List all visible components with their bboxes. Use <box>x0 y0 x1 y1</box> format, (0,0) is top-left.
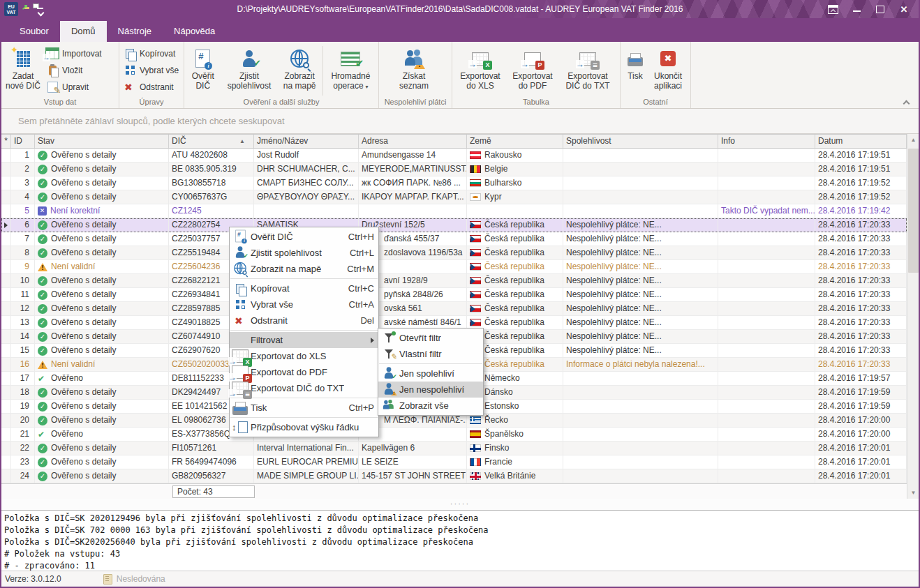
cell-info[interactable] <box>718 260 815 274</box>
ribbon-button-vybrat-vse[interactable]: Vybrat vše <box>121 63 181 77</box>
cell-id[interactable]: 9 <box>11 260 35 274</box>
menu-item-tisk[interactable]: TiskCtrl+P <box>230 400 378 416</box>
cell-country[interactable]: Česká republika <box>467 274 563 288</box>
table-row[interactable]: 20Ověřeno s detailyEL 098062736Μ ΛΕΩΦ. Π… <box>1 414 907 428</box>
vertical-scrollbar[interactable]: ▲ ▼ <box>907 134 919 499</box>
cell-datum[interactable]: 28.4.2016 17:20:01 <box>815 469 907 483</box>
cell-info[interactable] <box>718 344 815 358</box>
cell-rel[interactable]: Nespolehlivý plátce: NE... <box>563 344 718 358</box>
ribbon-button-ukoncit-aplikaci[interactable]: Ukončitaplikaci <box>648 43 688 91</box>
cell-stav[interactable]: Ověřeno <box>35 428 169 442</box>
cell-info[interactable] <box>718 274 815 288</box>
cell-country[interactable]: Španělsko <box>467 428 563 442</box>
cell-datum[interactable]: 28.4.2016 17:20:33 <box>815 274 907 288</box>
table-row[interactable]: 10Ověřeno s detailyCZ26822121avní 1928/9… <box>1 274 907 288</box>
cell-addr[interactable] <box>359 204 467 218</box>
scroll-down-arrow[interactable]: ▼ <box>907 487 919 499</box>
cell-rel[interactable] <box>563 469 718 483</box>
ribbon-button-exportovat-do-xls[interactable]: Exportovatdo XLS <box>454 43 507 91</box>
cell-datum[interactable]: 28.4.2016 17:19:52 <box>815 176 907 190</box>
cell-indicator[interactable] <box>1 330 11 344</box>
cell-stav[interactable]: Ověřeno s detaily <box>35 246 169 260</box>
cell-datum[interactable]: 28.4.2016 17:19:59 <box>815 400 907 414</box>
cell-dic[interactable]: CY00657637G <box>169 190 254 204</box>
cell-indicator[interactable] <box>1 372 11 386</box>
cell-info[interactable] <box>718 246 815 260</box>
column-header-addr[interactable]: Adresa <box>359 135 467 148</box>
column-header-rel[interactable]: Spolehlivost <box>563 135 718 148</box>
cell-stav[interactable]: Ověřeno s detaily <box>35 442 169 455</box>
cell-rel[interactable] <box>563 400 718 414</box>
cell-rel[interactable]: Nespolehlivý plátce: NE... <box>563 246 718 260</box>
cell-id[interactable]: 4 <box>11 190 35 204</box>
cell-name[interactable]: Interval International Fin... <box>254 442 359 455</box>
cell-datum[interactable]: 28.4.2016 17:20:33 <box>815 344 907 358</box>
cell-stav[interactable]: Ověřeno s detaily <box>35 414 169 428</box>
table-row[interactable]: 21OvěřenoES-X3773856QŠpanělsko28.4.2016 … <box>1 428 907 442</box>
cell-info[interactable] <box>718 358 815 372</box>
cell-info[interactable] <box>718 176 815 190</box>
cell-rel[interactable] <box>563 204 718 218</box>
cell-stav[interactable]: Ověřeno s detaily <box>35 344 169 358</box>
cell-rel[interactable]: Nespolehlivý plátce: NE... <box>563 316 718 330</box>
scrollbar-thumb[interactable] <box>908 149 919 273</box>
cell-datum[interactable]: 28.4.2016 17:20:00 <box>815 428 907 442</box>
cell-info[interactable] <box>718 372 815 386</box>
menu-item-exportovat-do-xls[interactable]: Exportovat do XLS <box>230 348 378 364</box>
cell-id[interactable]: 7 <box>11 232 35 246</box>
cell-rel[interactable] <box>563 442 718 455</box>
cell-id[interactable]: 12 <box>11 302 35 316</box>
cell-info[interactable] <box>718 442 815 455</box>
menu-item-zobrazit-vse[interactable]: Zobrazit vše <box>378 398 483 414</box>
cell-stav[interactable]: Ověřeno s detaily <box>35 455 169 469</box>
cell-stav[interactable]: Ověřeno s detaily <box>35 386 169 400</box>
cell-info[interactable] <box>718 163 815 176</box>
menu-item-kopirovat[interactable]: KopírovatCtrl+C <box>230 280 378 296</box>
table-row[interactable]: 24Ověřeno s detailyGB820956327MADE SIMPL… <box>1 469 907 483</box>
cell-indicator[interactable] <box>1 414 11 428</box>
maximize-button[interactable] <box>868 0 892 18</box>
cell-datum[interactable]: 28.4.2016 17:20:33 <box>815 358 907 372</box>
cell-datum[interactable]: 28.4.2016 17:20:33 <box>815 330 907 344</box>
table-row[interactable]: 8Ověřeno s detailyCZ25519484zdoslavova 1… <box>1 246 907 260</box>
cell-country[interactable]: Česká republika <box>467 218 563 232</box>
cell-name[interactable]: ΘΡΑΣΥΒΟΥΛΟΥ ΘΡΑΣΥ... <box>254 190 359 204</box>
cell-indicator[interactable] <box>1 469 11 483</box>
cell-rel[interactable] <box>563 163 718 176</box>
cell-stav[interactable]: Ověřeno s detaily <box>35 316 169 330</box>
menu-item-overit-dic[interactable]: Ověřit DIČCtrl+H <box>230 229 378 245</box>
ribbon-button-importovat[interactable]: Importovat <box>43 46 105 61</box>
ribbon-button-odstranit[interactable]: Odstranit <box>121 80 181 94</box>
cell-datum[interactable]: 28.4.2016 17:20:01 <box>815 455 907 469</box>
cell-id[interactable]: 17 <box>11 372 35 386</box>
cell-name[interactable]: СМАРТ БИЗНЕС СОЛУ... <box>254 176 359 190</box>
cell-country[interactable]: Rakousko <box>467 149 563 163</box>
cell-dic[interactable]: BE 0835.905.319 <box>169 163 254 176</box>
cell-addr[interactable]: жк СОФИЯ ПАРК. №86 ... <box>359 176 467 190</box>
cell-rel[interactable] <box>563 176 718 190</box>
cell-rel[interactable]: Nespolehlivý plátce: NE... <box>563 232 718 246</box>
cell-id[interactable]: 15 <box>11 344 35 358</box>
cell-indicator[interactable] <box>1 316 11 330</box>
cell-stav[interactable]: Ověřeno s detaily <box>35 163 169 176</box>
close-button[interactable]: ✕ <box>892 0 916 18</box>
cell-rel[interactable]: Nespolehlivý plátce: NE... <box>563 288 718 302</box>
cell-country[interactable]: Česká republika <box>467 288 563 302</box>
cell-id[interactable]: 8 <box>11 246 35 260</box>
cell-info[interactable] <box>718 302 815 316</box>
cell-country[interactable]: Finsko <box>467 442 563 455</box>
cell-indicator[interactable] <box>1 428 11 442</box>
cell-id[interactable]: 21 <box>11 428 35 442</box>
ribbon-display-options-button[interactable] <box>821 0 845 18</box>
minimize-button[interactable] <box>845 0 868 18</box>
cell-id[interactable]: 11 <box>11 288 35 302</box>
cell-id[interactable]: 16 <box>11 358 35 372</box>
cell-stav[interactable]: Ověřeno s detaily <box>35 232 169 246</box>
scroll-up-arrow[interactable]: ▲ <box>907 134 919 146</box>
cell-addr[interactable]: Amundsengasse 14 <box>359 149 467 163</box>
cell-dic[interactable]: GB820956327 <box>169 469 254 483</box>
column-header-dic[interactable]: DIČ▲ <box>169 135 254 148</box>
cell-stav[interactable]: Ověřeno s detaily <box>35 190 169 204</box>
cell-id[interactable]: 18 <box>11 386 35 400</box>
cell-addr[interactable]: Kapellvägen 6 <box>359 442 467 455</box>
